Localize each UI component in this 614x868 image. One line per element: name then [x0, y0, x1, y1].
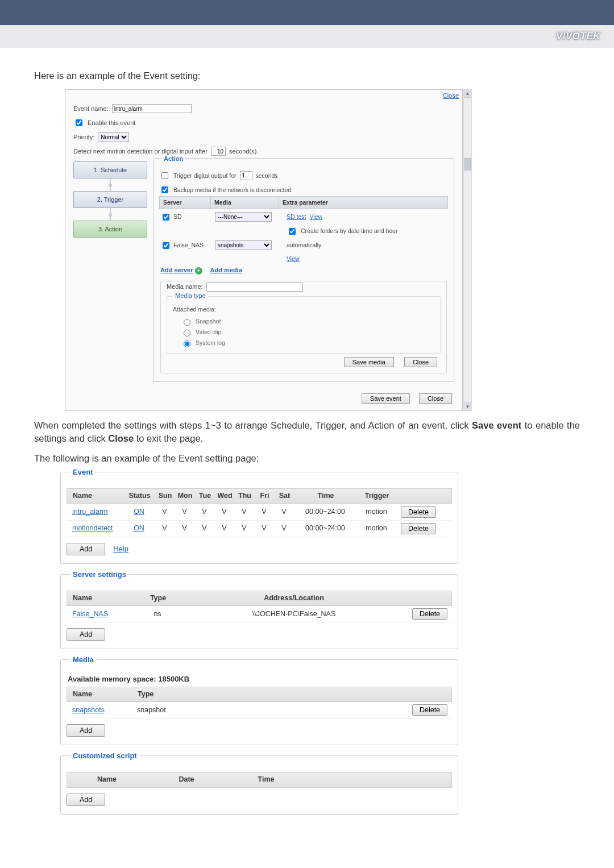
th-mon: Mon [175, 489, 195, 504]
server-type-cell: ns [135, 607, 180, 622]
backup-checkbox[interactable] [161, 186, 168, 193]
sd-media-select[interactable]: ---None--- [215, 212, 272, 222]
th-fri: Fri [255, 489, 275, 504]
delete-server-button[interactable]: Delete [412, 608, 447, 620]
action-legend: Action [161, 155, 185, 163]
enable-event-checkbox[interactable] [76, 119, 82, 126]
nas-view-link[interactable]: View [287, 255, 300, 263]
action-fieldset: Action Trigger digital output for second… [153, 158, 454, 381]
priority-select[interactable]: Normal [98, 132, 129, 142]
add-script-button[interactable]: Add [67, 794, 105, 806]
add-media-link[interactable]: Add media [210, 266, 242, 275]
server-settings-fieldset: Server settings Name Type Address/Locati… [60, 574, 458, 650]
save-event-button[interactable]: Save event [362, 393, 410, 404]
th-name: Name [67, 591, 135, 606]
attached-media-label: Attached media: [173, 305, 437, 314]
th-type: Type [135, 687, 198, 702]
th-name: Name [67, 687, 135, 702]
sd-checkbox[interactable] [163, 214, 169, 221]
trigger-do-unit: seconds [256, 172, 278, 180]
save-media-button[interactable]: Save media [344, 357, 394, 367]
trigger-do-input[interactable] [240, 171, 252, 180]
media-syslog-radio[interactable] [184, 340, 190, 347]
event-name-label: Event name: [73, 105, 109, 113]
add-media-button[interactable]: Add [67, 724, 105, 737]
media-snapshot-radio[interactable] [184, 319, 190, 326]
add-event-button[interactable]: Add [67, 543, 105, 555]
scroll-up-icon[interactable]: ▲ [464, 90, 471, 98]
help-link[interactable]: Help [113, 544, 128, 554]
delete-event-button[interactable]: Delete [401, 506, 436, 518]
event-table-head: Name Status Sun Mon Tue Wed Thu Fri Sat … [67, 488, 452, 504]
media-video-radio[interactable] [184, 330, 190, 337]
event-name-input[interactable] [112, 104, 192, 113]
scroll-thumb[interactable] [464, 158, 471, 171]
event-name-link[interactable]: motiondetect [72, 524, 113, 532]
nas-media-select[interactable]: snapshots [215, 240, 272, 250]
server-name-link[interactable]: False_NAS [72, 610, 108, 618]
step-trigger[interactable]: 2. Trigger [73, 191, 147, 208]
th-media: Media [211, 197, 279, 209]
event-status-link[interactable]: ON [134, 508, 144, 516]
server-row-nas-extra: View [159, 252, 448, 264]
server-row-sd: SD ---None--- SD test View [159, 209, 448, 223]
delete-media-button[interactable]: Delete [412, 704, 447, 716]
delete-event-button[interactable]: Delete [401, 523, 436, 534]
enable-event-label: Enable this event [88, 119, 135, 127]
server-settings-legend: Server settings [70, 570, 129, 580]
th-sun: Sun [155, 489, 175, 504]
media-video-label: Video clip [196, 328, 221, 337]
th-thu: Thu [235, 489, 255, 504]
detect-seconds-input[interactable] [211, 147, 226, 156]
step-connector [110, 208, 111, 221]
add-server-button[interactable]: Add [67, 628, 105, 641]
step-connector [110, 178, 111, 191]
dialog-step-sidebar: 1. Schedule 2. Trigger 3. Action [73, 158, 147, 381]
server-table-head: Name Type Address/Location [67, 591, 452, 607]
page-body: Here is an example of the Event setting:… [0, 48, 614, 868]
media-name-input[interactable] [206, 283, 303, 292]
event-status-link[interactable]: ON [134, 524, 144, 532]
th-extra: Extra parameter [279, 197, 447, 209]
step-schedule[interactable]: 1. Schedule [73, 161, 147, 178]
day-cell: V [254, 521, 274, 536]
nas-auto-label: automatically [287, 241, 321, 250]
add-server-link[interactable]: Add server [160, 267, 193, 273]
priority-label: Priority: [73, 133, 94, 142]
server-addr-cell: \\JOCHEN-PC\False_NAS [180, 607, 408, 622]
event-row: intru_alarm ON V V V V V V V 00:00~24:00… [67, 504, 452, 521]
server-row: False_NAS ns \\JOCHEN-PC\False_NAS Delet… [67, 606, 452, 622]
create-folders-checkbox[interactable] [289, 228, 296, 235]
day-cell: V [155, 521, 175, 536]
th-tue: Tue [195, 489, 215, 504]
close-event-button[interactable]: Close [419, 393, 452, 404]
brand-text: VIVOTEK [556, 31, 600, 42]
event-row: motiondetect ON V V V V V V V 00:00~24:0… [67, 521, 452, 537]
enable-event-row: Enable this event [65, 115, 462, 130]
trigger-cell: motion [356, 521, 396, 536]
day-cell: V [175, 505, 194, 520]
media-inner-box: Media name: Media type Attached media: S… [160, 281, 447, 373]
sd-label: SD [173, 213, 182, 221]
scroll-down-icon[interactable]: ▼ [464, 402, 471, 410]
event-legend: Event [70, 467, 96, 477]
customized-script-fieldset: Customized script Name Date Time Add [60, 755, 458, 815]
event-name-link[interactable]: intru_alarm [72, 508, 108, 516]
sd-view-link[interactable]: View [309, 213, 322, 221]
day-cell: V [254, 505, 274, 520]
th-blank [407, 687, 451, 702]
nas-checkbox[interactable] [163, 242, 169, 249]
step-action[interactable]: 3. Action [73, 221, 147, 238]
nas-label: False_NAS [173, 241, 204, 250]
trigger-do-checkbox[interactable] [161, 172, 168, 179]
media-name-link[interactable]: snapshots [72, 706, 105, 714]
time-cell: 00:00~24:00 [294, 505, 356, 520]
intro-text-1: Here is an example of the Event setting: [34, 69, 580, 82]
sd-test-link[interactable]: SD test [287, 213, 306, 221]
media-type-cell: snapshot [135, 703, 197, 718]
dialog-close-link[interactable]: Close [443, 92, 459, 99]
close-media-button[interactable]: Close [404, 357, 437, 367]
media-name-label: Media name: [167, 283, 203, 291]
dialog-scrollbar[interactable]: ▲ ▼ [463, 89, 472, 411]
media-type-legend: Media type [173, 292, 208, 300]
